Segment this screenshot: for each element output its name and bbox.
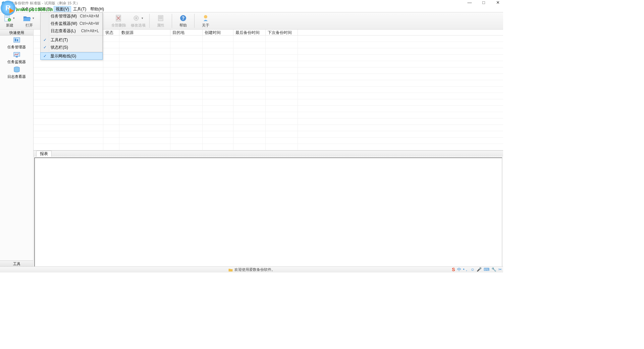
- grid-col-nextbackup[interactable]: 下次备份时间: [266, 30, 298, 35]
- svg-rect-12: [159, 16, 162, 17]
- table-row: [34, 74, 503, 80]
- ime-keyboard-icon[interactable]: ⌨: [484, 267, 489, 272]
- table-row: [34, 48, 503, 55]
- svg-rect-19: [15, 39, 16, 41]
- dropdown-task-manager[interactable]: 任务管理器(M) Ctrl+Alt+M: [41, 12, 102, 20]
- dropdown-gridlines-toggle[interactable]: 显示网格线(G): [40, 52, 103, 60]
- ime-smile-icon[interactable]: ☺: [471, 267, 475, 272]
- svg-rect-22: [16, 56, 18, 57]
- svg-marker-0: [2, 1, 5, 5]
- table-row: [34, 99, 503, 106]
- tab-strip: 报表: [34, 150, 503, 157]
- svg-rect-21: [14, 52, 20, 56]
- menu-file[interactable]: 文件(F): [2, 6, 19, 12]
- grid-col-created[interactable]: 创建时间: [203, 30, 233, 35]
- help-button[interactable]: ? 帮助: [173, 12, 193, 29]
- table-row: [34, 106, 503, 112]
- grid-col-lastbackup[interactable]: 最后备份时间: [233, 30, 266, 35]
- ime-punct-icon[interactable]: •，: [463, 267, 469, 272]
- sidebar-footer[interactable]: 工具: [0, 260, 33, 266]
- open-folder-icon: [23, 14, 32, 22]
- table-row: [34, 93, 503, 99]
- table-row: [34, 80, 503, 87]
- about-button[interactable]: 关于: [196, 12, 215, 29]
- dropdown-separator: [50, 35, 102, 36]
- svg-rect-20: [17, 39, 18, 41]
- table-row: [34, 55, 503, 61]
- menu-bar: 文件(F) 任务(J) 报表(R) 视图(V) 工具(T) 帮助(H): [0, 6, 503, 12]
- properties-button: 属性: [151, 12, 170, 29]
- window-controls: — □ ✕: [466, 0, 501, 5]
- dropdown-statusbar-toggle[interactable]: 状态栏(S): [41, 44, 102, 51]
- table-row: [34, 131, 503, 138]
- dropdown-toolbar-toggle[interactable]: 工具栏(T): [41, 36, 102, 44]
- task-manager-icon: [13, 37, 21, 44]
- grid-header: 状态 数据源 目的地 创建时间 最后备份时间 下次备份时间: [34, 30, 503, 36]
- minimize-button[interactable]: —: [466, 0, 473, 5]
- chevron-down-icon: ▾: [142, 16, 145, 20]
- properties-icon: [157, 14, 165, 22]
- ime-cut-icon[interactable]: ✂: [498, 267, 502, 272]
- log-viewer-icon: [13, 66, 21, 73]
- sidebar-item-log-viewer[interactable]: 日志查看器: [0, 65, 33, 80]
- new-file-icon: +: [3, 14, 12, 22]
- dropdown-task-monitor[interactable]: 任务监视器(W) Ctrl+Alt+W: [41, 20, 102, 27]
- delete-all-icon: [115, 14, 123, 22]
- title-bar: 爱数备份软件 标准版 - 试用版（剩余 15 天）: [0, 0, 503, 6]
- ime-wrench-icon[interactable]: 🔧: [491, 267, 496, 272]
- menu-view[interactable]: 视图(V): [54, 6, 71, 12]
- svg-point-10: [136, 17, 137, 19]
- table-row: [34, 125, 503, 131]
- maximize-button[interactable]: □: [480, 0, 487, 5]
- chevron-down-icon: ▾: [13, 16, 16, 20]
- table-row: [34, 112, 503, 118]
- task-monitor-icon: [13, 51, 21, 59]
- table-row: [34, 144, 503, 150]
- table-row: [34, 118, 503, 125]
- folder-icon: [228, 268, 233, 272]
- grid-col-source[interactable]: 数据源: [119, 30, 170, 35]
- new-button[interactable]: + ▾ 新建: [0, 12, 19, 29]
- svg-rect-11: [158, 15, 163, 21]
- grid-col-dest[interactable]: 目的地: [170, 30, 203, 35]
- sidebar-header[interactable]: 快速使用: [0, 30, 33, 36]
- ime-bar: S 中 •， ☺ 🎤 ⌨ 🔧 ✂: [452, 266, 502, 272]
- sidebar-item-task-monitor[interactable]: 任务监视器: [0, 50, 33, 65]
- table-row: [34, 87, 503, 93]
- ime-lang[interactable]: 中: [457, 267, 461, 272]
- grid-body: [34, 36, 503, 150]
- status-welcome: 欢迎使用爱数备份软件。: [234, 267, 275, 272]
- chevron-down-icon: ▾: [33, 16, 36, 20]
- svg-text:+: +: [9, 18, 10, 21]
- toolbar-separator: [149, 14, 150, 28]
- menu-report[interactable]: 报表(R): [36, 6, 54, 12]
- svg-rect-13: [159, 17, 162, 18]
- delete-all-button: 全部删除: [109, 12, 128, 29]
- sidebar-item-task-manager[interactable]: 任务管理器: [0, 36, 33, 50]
- window-title: 爱数备份软件 标准版 - 试用版（剩余 15 天）: [7, 1, 80, 6]
- close-button[interactable]: ✕: [494, 0, 501, 5]
- report-panel: [34, 157, 502, 268]
- table-row: [34, 67, 503, 74]
- table-row: [34, 36, 503, 42]
- status-bar: 欢迎使用爱数备份软件。 S 中 •， ☺ 🎤 ⌨ 🔧 ✂: [0, 266, 503, 272]
- toolbar-separator: [172, 14, 172, 28]
- dropdown-log-viewer[interactable]: 日志查看器(L) Ctrl+Alt+L: [41, 27, 102, 35]
- about-icon: [202, 14, 210, 22]
- svg-point-17: [204, 15, 207, 18]
- ime-mic-icon[interactable]: 🎤: [477, 267, 482, 272]
- modify-options-button: ▾ 修改选项: [128, 12, 148, 29]
- menu-task[interactable]: 任务(J): [19, 6, 36, 12]
- table-row: [34, 61, 503, 67]
- table-row: [34, 42, 503, 48]
- dropdown-separator: [50, 52, 102, 52]
- menu-help[interactable]: 帮助(H): [88, 6, 106, 12]
- grid-col-status[interactable]: 状态: [103, 30, 119, 35]
- menu-tools[interactable]: 工具(T): [71, 6, 88, 12]
- svg-text:?: ?: [182, 15, 185, 21]
- table-row: [34, 138, 503, 144]
- tab-report[interactable]: 报表: [36, 151, 52, 157]
- sogou-icon[interactable]: S: [452, 267, 455, 272]
- svg-rect-14: [159, 18, 162, 19]
- open-button[interactable]: ▾ 打开: [19, 12, 39, 29]
